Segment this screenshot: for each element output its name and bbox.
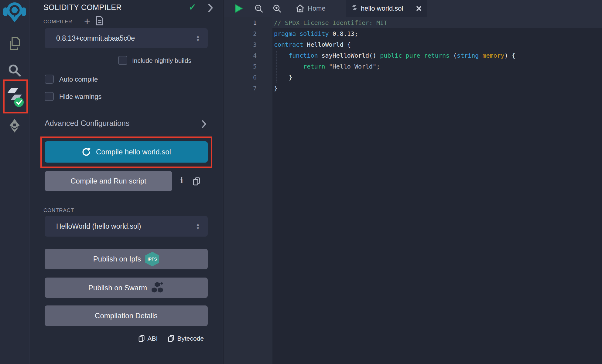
line-number: 1 bbox=[224, 17, 257, 28]
include-nightly-label: Include nightly builds bbox=[132, 57, 191, 64]
solidity-file-icon bbox=[352, 5, 357, 12]
publish-swarm-button[interactable]: Publish on Swarm bbox=[45, 278, 208, 298]
play-icon bbox=[234, 4, 243, 13]
code-editor[interactable]: 1 // SPDX-License-Identifier: MIT 2 prag… bbox=[224, 17, 602, 94]
hide-warnings-checkbox[interactable] bbox=[45, 92, 54, 101]
file-explorer-icon[interactable] bbox=[0, 36, 29, 51]
check-icon: ✓ bbox=[189, 2, 196, 12]
compiler-version-select[interactable]: 0.8.13+commit.abaa5c0e ▲ ▼ bbox=[45, 28, 208, 48]
code-line: 5 return "Hello World"; bbox=[224, 61, 602, 72]
compiler-version-value: 0.8.13+commit.abaa5c0e bbox=[56, 34, 196, 42]
deploy-run-icon[interactable] bbox=[0, 118, 29, 133]
advanced-configurations-toggle[interactable]: Advanced Configurations bbox=[45, 119, 129, 128]
line-number: 4 bbox=[224, 50, 257, 61]
remix-logo-icon bbox=[3, 1, 26, 23]
publish-ipfs-label: Publish on Ipfs bbox=[93, 255, 141, 263]
tab-home-label: Home bbox=[308, 5, 326, 12]
contract-select[interactable]: HelloWorld (hello world.sol) ▲ ▼ bbox=[45, 216, 208, 237]
copy-icon bbox=[168, 335, 175, 342]
editor-tabbar: Home hello world.sol bbox=[224, 0, 602, 17]
compilation-details-label: Compilation Details bbox=[95, 312, 158, 320]
code-line: 7 } bbox=[224, 83, 602, 94]
select-arrows-icon: ▲ ▼ bbox=[196, 223, 200, 230]
tab-home[interactable]: Home bbox=[291, 0, 330, 17]
tab-label: hello world.sol bbox=[361, 5, 412, 12]
code-line: 4 function sayHelloWorld() public pure r… bbox=[224, 50, 602, 61]
zoom-in-button[interactable] bbox=[272, 0, 282, 17]
remix-logo[interactable] bbox=[0, 1, 29, 23]
indent-guide bbox=[291, 62, 291, 82]
auto-compile-label: Auto compile bbox=[59, 76, 98, 83]
compiler-icon-highlight-box bbox=[3, 79, 28, 113]
compile-and-run-button[interactable]: Compile and Run script bbox=[45, 171, 172, 191]
solidity-compiler-panel: SOLIDITY COMPILER ✓ COMPILER + 0.8.13+co… bbox=[29, 0, 223, 364]
copy-abi-button[interactable]: ABI bbox=[139, 335, 158, 342]
code-line: 2 pragma solidity 0.8.13; bbox=[224, 28, 602, 39]
run-script-play-button[interactable] bbox=[234, 0, 243, 17]
plus-icon[interactable]: + bbox=[84, 15, 90, 27]
home-icon bbox=[296, 4, 305, 13]
search-icon[interactable] bbox=[0, 64, 29, 77]
hide-warnings-label: Hide warnings bbox=[59, 93, 101, 101]
line-number: 5 bbox=[224, 61, 257, 72]
script-file-icon[interactable] bbox=[96, 16, 104, 25]
ipfs-icon: IPFS bbox=[145, 252, 159, 266]
line-number: 6 bbox=[224, 72, 257, 83]
line-number: 7 bbox=[224, 83, 257, 94]
tab-hello-world-sol[interactable]: hello world.sol bbox=[346, 0, 427, 17]
include-nightly-checkbox[interactable] bbox=[118, 56, 127, 65]
panel-title: SOLIDITY COMPILER bbox=[43, 3, 122, 12]
line-number: 2 bbox=[224, 28, 257, 39]
zoom-in-icon bbox=[272, 4, 282, 13]
code-line: 1 // SPDX-License-Identifier: MIT bbox=[224, 17, 602, 28]
icon-sidebar bbox=[0, 0, 29, 364]
bytecode-label: Bytecode bbox=[177, 335, 204, 342]
compile-and-run-label: Compile and Run script bbox=[70, 177, 146, 185]
publish-ipfs-button[interactable]: Publish on Ipfs IPFS bbox=[45, 249, 208, 269]
zoom-out-button[interactable] bbox=[254, 0, 263, 17]
chevron-right-icon[interactable] bbox=[201, 120, 207, 128]
line-number: 3 bbox=[224, 39, 257, 50]
close-icon[interactable] bbox=[416, 6, 422, 11]
info-icon[interactable]: i bbox=[180, 176, 183, 185]
zoom-out-icon bbox=[254, 4, 263, 13]
editor-area: Home hello world.sol 1 // SPDX-License-I… bbox=[224, 0, 602, 364]
compiler-section-label: COMPILER bbox=[43, 19, 72, 25]
code-line: 3 contract HelloWorld { bbox=[224, 39, 602, 50]
compilation-details-button[interactable]: Compilation Details bbox=[45, 305, 208, 326]
abi-bytecode-row: ABI Bytecode bbox=[139, 335, 204, 342]
auto-compile-checkbox[interactable] bbox=[45, 75, 54, 84]
contract-section-label: CONTRACT bbox=[43, 207, 74, 214]
select-arrows-icon: ▲ ▼ bbox=[196, 35, 200, 42]
abi-label: ABI bbox=[148, 335, 158, 342]
code-line: 6 } bbox=[224, 72, 602, 83]
publish-swarm-label: Publish on Swarm bbox=[88, 284, 147, 292]
copy-icon[interactable] bbox=[193, 177, 201, 186]
chevron-right-icon[interactable] bbox=[207, 4, 214, 13]
remix-ide: SOLIDITY COMPILER ✓ COMPILER + 0.8.13+co… bbox=[0, 0, 602, 364]
indent-guide bbox=[276, 51, 277, 83]
copy-bytecode-button[interactable]: Bytecode bbox=[168, 335, 204, 342]
contract-select-value: HelloWorld (hello world.sol) bbox=[56, 222, 196, 231]
swarm-icon bbox=[151, 282, 164, 294]
copy-icon bbox=[139, 335, 145, 342]
compile-button-highlight-box bbox=[40, 136, 212, 168]
